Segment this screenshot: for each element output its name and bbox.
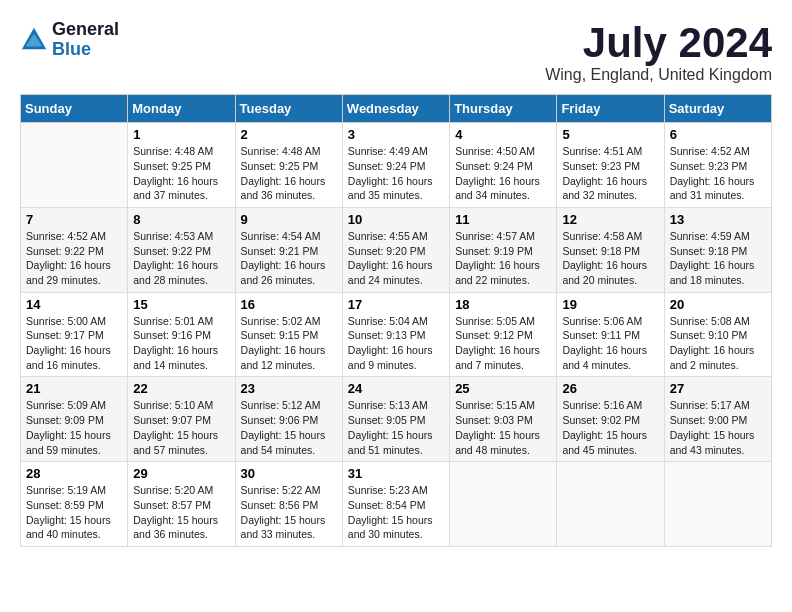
day-number: 27: [670, 381, 766, 396]
logo-text: General Blue: [52, 20, 119, 60]
day-info: Sunrise: 4:50 AM Sunset: 9:24 PM Dayligh…: [455, 144, 551, 203]
day-info: Sunrise: 4:59 AM Sunset: 9:18 PM Dayligh…: [670, 229, 766, 288]
day-info: Sunrise: 4:57 AM Sunset: 9:19 PM Dayligh…: [455, 229, 551, 288]
calendar-week-1: 1Sunrise: 4:48 AM Sunset: 9:25 PM Daylig…: [21, 123, 772, 208]
day-number: 28: [26, 466, 122, 481]
day-info: Sunrise: 4:55 AM Sunset: 9:20 PM Dayligh…: [348, 229, 444, 288]
day-info: Sunrise: 5:10 AM Sunset: 9:07 PM Dayligh…: [133, 398, 229, 457]
calendar-cell: 10Sunrise: 4:55 AM Sunset: 9:20 PM Dayli…: [342, 207, 449, 292]
calendar-header-row: SundayMondayTuesdayWednesdayThursdayFrid…: [21, 95, 772, 123]
calendar-cell: 28Sunrise: 5:19 AM Sunset: 8:59 PM Dayli…: [21, 462, 128, 547]
calendar-cell: 31Sunrise: 5:23 AM Sunset: 8:54 PM Dayli…: [342, 462, 449, 547]
day-number: 25: [455, 381, 551, 396]
calendar-cell: 30Sunrise: 5:22 AM Sunset: 8:56 PM Dayli…: [235, 462, 342, 547]
day-number: 24: [348, 381, 444, 396]
calendar-cell: 12Sunrise: 4:58 AM Sunset: 9:18 PM Dayli…: [557, 207, 664, 292]
day-number: 21: [26, 381, 122, 396]
calendar-cell: 14Sunrise: 5:00 AM Sunset: 9:17 PM Dayli…: [21, 292, 128, 377]
day-info: Sunrise: 5:00 AM Sunset: 9:17 PM Dayligh…: [26, 314, 122, 373]
calendar-cell: 19Sunrise: 5:06 AM Sunset: 9:11 PM Dayli…: [557, 292, 664, 377]
calendar-subtitle: Wing, England, United Kingdom: [545, 66, 772, 84]
day-info: Sunrise: 5:05 AM Sunset: 9:12 PM Dayligh…: [455, 314, 551, 373]
day-number: 20: [670, 297, 766, 312]
day-number: 22: [133, 381, 229, 396]
day-number: 11: [455, 212, 551, 227]
calendar-cell: 25Sunrise: 5:15 AM Sunset: 9:03 PM Dayli…: [450, 377, 557, 462]
day-info: Sunrise: 4:48 AM Sunset: 9:25 PM Dayligh…: [133, 144, 229, 203]
day-number: 31: [348, 466, 444, 481]
calendar-title: July 2024: [545, 20, 772, 66]
day-info: Sunrise: 5:09 AM Sunset: 9:09 PM Dayligh…: [26, 398, 122, 457]
calendar-cell: [450, 462, 557, 547]
calendar-cell: [557, 462, 664, 547]
page-header: General Blue July 2024 Wing, England, Un…: [20, 20, 772, 84]
day-info: Sunrise: 5:16 AM Sunset: 9:02 PM Dayligh…: [562, 398, 658, 457]
day-number: 17: [348, 297, 444, 312]
calendar-cell: 26Sunrise: 5:16 AM Sunset: 9:02 PM Dayli…: [557, 377, 664, 462]
logo: General Blue: [20, 20, 119, 60]
calendar-table: SundayMondayTuesdayWednesdayThursdayFrid…: [20, 94, 772, 547]
calendar-cell: 5Sunrise: 4:51 AM Sunset: 9:23 PM Daylig…: [557, 123, 664, 208]
calendar-cell: 21Sunrise: 5:09 AM Sunset: 9:09 PM Dayli…: [21, 377, 128, 462]
day-info: Sunrise: 5:23 AM Sunset: 8:54 PM Dayligh…: [348, 483, 444, 542]
calendar-cell: 18Sunrise: 5:05 AM Sunset: 9:12 PM Dayli…: [450, 292, 557, 377]
day-number: 29: [133, 466, 229, 481]
day-info: Sunrise: 4:51 AM Sunset: 9:23 PM Dayligh…: [562, 144, 658, 203]
day-number: 10: [348, 212, 444, 227]
day-number: 15: [133, 297, 229, 312]
day-info: Sunrise: 4:53 AM Sunset: 9:22 PM Dayligh…: [133, 229, 229, 288]
calendar-week-5: 28Sunrise: 5:19 AM Sunset: 8:59 PM Dayli…: [21, 462, 772, 547]
day-number: 13: [670, 212, 766, 227]
day-info: Sunrise: 4:58 AM Sunset: 9:18 PM Dayligh…: [562, 229, 658, 288]
day-info: Sunrise: 5:19 AM Sunset: 8:59 PM Dayligh…: [26, 483, 122, 542]
day-info: Sunrise: 5:12 AM Sunset: 9:06 PM Dayligh…: [241, 398, 337, 457]
calendar-cell: 27Sunrise: 5:17 AM Sunset: 9:00 PM Dayli…: [664, 377, 771, 462]
calendar-week-4: 21Sunrise: 5:09 AM Sunset: 9:09 PM Dayli…: [21, 377, 772, 462]
header-monday: Monday: [128, 95, 235, 123]
day-info: Sunrise: 5:22 AM Sunset: 8:56 PM Dayligh…: [241, 483, 337, 542]
calendar-week-2: 7Sunrise: 4:52 AM Sunset: 9:22 PM Daylig…: [21, 207, 772, 292]
calendar-cell: [664, 462, 771, 547]
day-number: 9: [241, 212, 337, 227]
header-tuesday: Tuesday: [235, 95, 342, 123]
calendar-cell: 29Sunrise: 5:20 AM Sunset: 8:57 PM Dayli…: [128, 462, 235, 547]
calendar-cell: 6Sunrise: 4:52 AM Sunset: 9:23 PM Daylig…: [664, 123, 771, 208]
calendar-cell: 17Sunrise: 5:04 AM Sunset: 9:13 PM Dayli…: [342, 292, 449, 377]
calendar-cell: 11Sunrise: 4:57 AM Sunset: 9:19 PM Dayli…: [450, 207, 557, 292]
logo-icon: [20, 26, 48, 54]
day-number: 2: [241, 127, 337, 142]
day-number: 12: [562, 212, 658, 227]
day-number: 5: [562, 127, 658, 142]
day-number: 18: [455, 297, 551, 312]
day-info: Sunrise: 5:20 AM Sunset: 8:57 PM Dayligh…: [133, 483, 229, 542]
calendar-cell: 4Sunrise: 4:50 AM Sunset: 9:24 PM Daylig…: [450, 123, 557, 208]
header-thursday: Thursday: [450, 95, 557, 123]
header-sunday: Sunday: [21, 95, 128, 123]
calendar-cell: 9Sunrise: 4:54 AM Sunset: 9:21 PM Daylig…: [235, 207, 342, 292]
calendar-cell: 8Sunrise: 4:53 AM Sunset: 9:22 PM Daylig…: [128, 207, 235, 292]
calendar-cell: 23Sunrise: 5:12 AM Sunset: 9:06 PM Dayli…: [235, 377, 342, 462]
calendar-cell: 2Sunrise: 4:48 AM Sunset: 9:25 PM Daylig…: [235, 123, 342, 208]
day-info: Sunrise: 4:52 AM Sunset: 9:23 PM Dayligh…: [670, 144, 766, 203]
calendar-cell: 20Sunrise: 5:08 AM Sunset: 9:10 PM Dayli…: [664, 292, 771, 377]
day-info: Sunrise: 5:08 AM Sunset: 9:10 PM Dayligh…: [670, 314, 766, 373]
day-number: 3: [348, 127, 444, 142]
calendar-cell: 15Sunrise: 5:01 AM Sunset: 9:16 PM Dayli…: [128, 292, 235, 377]
calendar-cell: [21, 123, 128, 208]
day-info: Sunrise: 5:15 AM Sunset: 9:03 PM Dayligh…: [455, 398, 551, 457]
day-info: Sunrise: 5:17 AM Sunset: 9:00 PM Dayligh…: [670, 398, 766, 457]
day-number: 14: [26, 297, 122, 312]
day-number: 23: [241, 381, 337, 396]
day-info: Sunrise: 5:02 AM Sunset: 9:15 PM Dayligh…: [241, 314, 337, 373]
day-number: 1: [133, 127, 229, 142]
calendar-cell: 13Sunrise: 4:59 AM Sunset: 9:18 PM Dayli…: [664, 207, 771, 292]
calendar-cell: 3Sunrise: 4:49 AM Sunset: 9:24 PM Daylig…: [342, 123, 449, 208]
day-number: 7: [26, 212, 122, 227]
calendar-week-3: 14Sunrise: 5:00 AM Sunset: 9:17 PM Dayli…: [21, 292, 772, 377]
day-info: Sunrise: 5:13 AM Sunset: 9:05 PM Dayligh…: [348, 398, 444, 457]
header-wednesday: Wednesday: [342, 95, 449, 123]
calendar-cell: 1Sunrise: 4:48 AM Sunset: 9:25 PM Daylig…: [128, 123, 235, 208]
calendar-cell: 7Sunrise: 4:52 AM Sunset: 9:22 PM Daylig…: [21, 207, 128, 292]
calendar-cell: 24Sunrise: 5:13 AM Sunset: 9:05 PM Dayli…: [342, 377, 449, 462]
day-info: Sunrise: 4:52 AM Sunset: 9:22 PM Dayligh…: [26, 229, 122, 288]
